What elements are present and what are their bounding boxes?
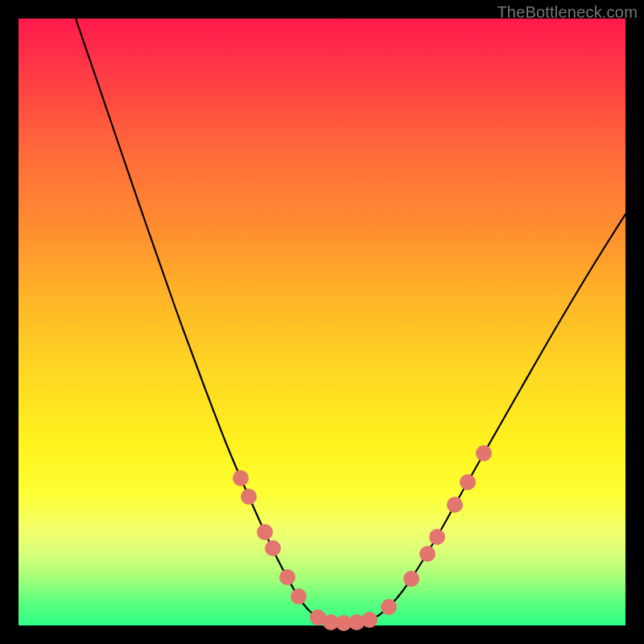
curve-marker [429, 529, 445, 545]
curve-marker [279, 569, 295, 585]
markers-group [233, 445, 492, 631]
watermark-text: TheBottleneck.com [497, 3, 638, 22]
curve-marker [233, 470, 249, 486]
curve-marker [381, 599, 397, 615]
curve-marker [241, 489, 257, 505]
curve-marker [361, 612, 378, 628]
curve-marker [460, 474, 476, 490]
curve-marker [257, 524, 273, 540]
curve-marker [403, 571, 419, 587]
plot-svg [19, 19, 625, 625]
curve-marker [291, 588, 307, 605]
curve-marker [265, 540, 281, 556]
bottleneck-curve [76, 19, 625, 623]
curve-marker [419, 546, 436, 562]
curve-marker [476, 445, 492, 461]
plot-frame [19, 19, 625, 625]
curve-marker [447, 497, 463, 513]
